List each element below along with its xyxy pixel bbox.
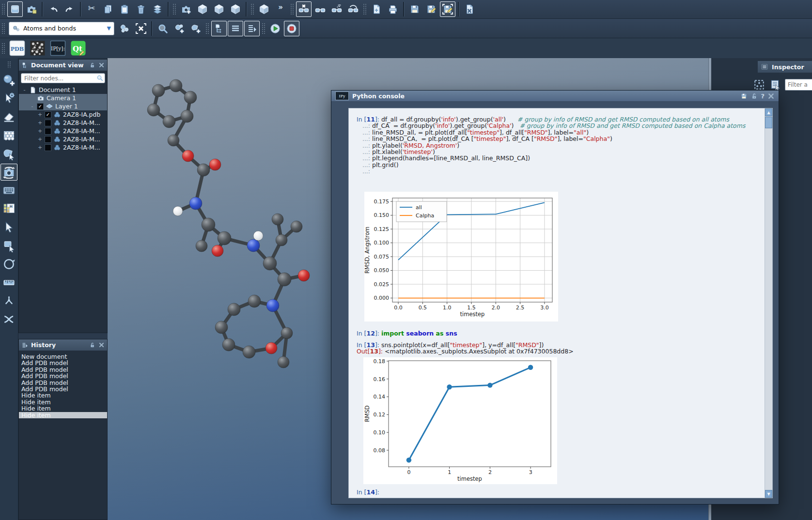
toggle-log-view-button[interactable]	[244, 21, 260, 36]
tree-item-2az8-ia-m-[interactable]: +2AZ8-IA-M...	[19, 143, 107, 152]
inspector-filter-input[interactable]	[785, 79, 812, 91]
scroll-up-button[interactable]: ▲	[765, 108, 772, 116]
close-document-button[interactable]	[462, 1, 477, 17]
select-shape-button[interactable]	[0, 145, 17, 162]
console-output-area[interactable]: In [11]: df_all = df.groupby('info').get…	[348, 108, 773, 498]
copy-button[interactable]	[100, 1, 116, 17]
periodic-table-button[interactable]: H	[0, 200, 17, 217]
filter-nodes-input[interactable]	[21, 73, 105, 83]
measure-button[interactable]	[0, 274, 17, 291]
expand-toggle[interactable]: +	[37, 120, 43, 126]
history-item[interactable]: New document	[19, 353, 107, 360]
lock-icon[interactable]	[89, 342, 95, 348]
clear-selection-button[interactable]	[133, 21, 149, 36]
keyboard-shortcuts-button[interactable]	[0, 182, 17, 199]
scroll-down-button[interactable]: ▼	[765, 490, 772, 498]
history-item[interactable]: Hide item	[19, 405, 107, 412]
document-view-header[interactable]: Document view	[19, 60, 107, 71]
tree-item-2az8-ia-pdb[interactable]: +✓2AZ8-IA.pdb	[19, 110, 107, 119]
history-item[interactable]: Hide item	[19, 392, 107, 398]
tree-item-layer-1[interactable]: -✓Layer 1	[19, 102, 107, 110]
paste-button[interactable]	[117, 1, 132, 17]
view-side-button[interactable]	[228, 1, 243, 17]
axes-button[interactable]	[0, 292, 17, 309]
visibility-checkbox[interactable]	[45, 128, 51, 135]
save-console-button[interactable]	[740, 92, 748, 100]
print-button[interactable]	[385, 1, 401, 17]
visibility-checkbox[interactable]	[45, 120, 51, 126]
visibility-checkbox[interactable]: ✓	[45, 111, 51, 118]
add-document-button[interactable]	[369, 1, 384, 17]
stereo-sound-button[interactable]	[329, 1, 344, 17]
expand-toggle[interactable]: -	[30, 103, 35, 109]
python-console-window[interactable]: IPy Python console ? In [11]: df_all = d…	[331, 90, 779, 505]
history-item[interactable]: Add PDB model	[19, 360, 107, 366]
lock-console-button[interactable]	[750, 92, 758, 100]
lock-icon[interactable]	[89, 62, 95, 68]
play-simulation-button[interactable]	[267, 21, 283, 36]
twist-bond-button[interactable]	[0, 311, 17, 328]
cut-button[interactable]: ✂	[84, 1, 99, 17]
view-perspective-button[interactable]	[256, 1, 272, 17]
tree-item-camera-1[interactable]: Camera 1	[19, 94, 107, 102]
zoom-button[interactable]	[155, 21, 171, 36]
help-button[interactable]: ?	[761, 93, 765, 99]
save-button[interactable]	[407, 1, 422, 17]
visibility-checkbox[interactable]	[45, 144, 51, 151]
tab-ipython-button[interactable]: IP[y]:	[48, 39, 67, 58]
expand-toggle[interactable]: -	[22, 87, 27, 93]
select-atoms-bonds-button[interactable]	[117, 21, 132, 36]
console-scrollbar[interactable]: ▲ ▼	[765, 108, 772, 498]
crystal-builder-button[interactable]	[0, 127, 17, 144]
save-selection-button[interactable]	[440, 1, 455, 17]
scroll-thumb[interactable]	[765, 117, 772, 128]
erase-button[interactable]	[0, 108, 17, 125]
tab-density-map-button[interactable]	[28, 39, 47, 58]
toggle-document-view-button[interactable]	[211, 21, 227, 36]
expand-toggle[interactable]: +	[37, 144, 43, 151]
tab-pdb-browser-button[interactable]: PDB	[8, 39, 26, 58]
visibility-checkbox[interactable]: ✓	[37, 103, 44, 110]
rect-select-button[interactable]	[0, 237, 17, 254]
stereo-rotate-button[interactable]	[345, 1, 361, 17]
view-top-button[interactable]	[195, 1, 210, 17]
add-atom-button[interactable]	[0, 72, 17, 89]
add-camera-button[interactable]	[178, 1, 194, 17]
close-icon[interactable]	[98, 342, 105, 348]
display-style-combobox[interactable]: Atoms and bonds ▼	[9, 22, 114, 35]
tree-item-2az8-ia-m-[interactable]: +2AZ8-IA-M...	[19, 119, 107, 127]
history-item[interactable]: Hide item	[19, 412, 107, 418]
view-front-button[interactable]	[211, 1, 227, 17]
toggle-list-view-button[interactable]	[228, 21, 243, 36]
expand-toggle[interactable]: +	[37, 128, 43, 134]
history-header[interactable]: History	[19, 339, 107, 351]
history-item[interactable]: Add PDB model	[19, 380, 107, 386]
rotate-view-button[interactable]	[0, 256, 17, 273]
inspector-header[interactable]: Inspector	[758, 61, 812, 73]
tree-item-document-1[interactable]: -Document 1	[19, 86, 107, 94]
stereo-on-button[interactable]	[312, 1, 328, 17]
delete-button[interactable]	[133, 1, 149, 17]
close-console-button[interactable]	[767, 92, 775, 100]
close-icon[interactable]	[98, 62, 105, 68]
select-pointer-button[interactable]	[0, 219, 17, 236]
history-item[interactable]: Add PDB model	[19, 367, 107, 373]
add-shape-button[interactable]	[188, 21, 203, 36]
expand-toggle[interactable]: +	[37, 136, 43, 142]
add-layer-button[interactable]	[150, 1, 165, 17]
undo-button[interactable]	[46, 1, 61, 17]
tree-item-2az8-ia-m-[interactable]: +2AZ8-IA-M...	[19, 135, 107, 143]
visibility-checkbox[interactable]	[45, 136, 51, 143]
stereo-off-button[interactable]	[296, 1, 312, 17]
tab-qt-designer-button[interactable]: Qt	[69, 39, 87, 58]
history-item[interactable]: Hide item	[19, 399, 107, 405]
history-item[interactable]: Add PDB model	[19, 386, 107, 392]
screenshot-button[interactable]	[24, 1, 39, 17]
toolbar-overflow-button[interactable]: »	[273, 1, 288, 17]
expand-toggle[interactable]: +	[37, 111, 43, 118]
history-item[interactable]: Add PDB model	[19, 373, 107, 379]
orbit-camera-button[interactable]	[0, 164, 17, 181]
new-document-button[interactable]	[7, 1, 23, 17]
tree-item-2az8-ia-m-[interactable]: +2AZ8-IA-M...	[19, 127, 107, 135]
save-as-button[interactable]	[423, 1, 439, 17]
